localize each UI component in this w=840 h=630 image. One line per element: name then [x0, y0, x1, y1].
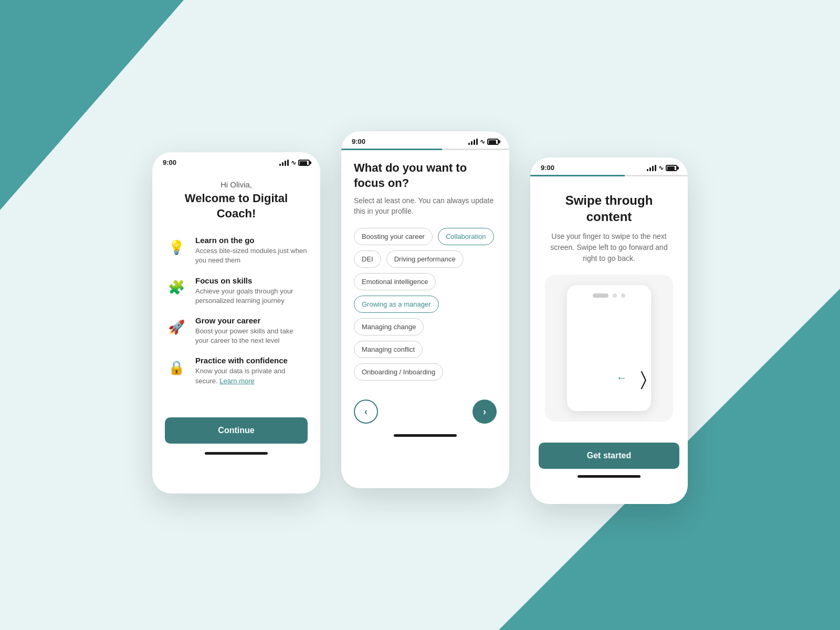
phone2-content: What do you want to focus on? Select at … — [341, 150, 509, 391]
battery-icon-1 — [298, 160, 310, 166]
focus-subtitle: Select at least one. You can always upda… — [354, 196, 497, 216]
status-icons-3: ∿ — [647, 164, 677, 172]
signal-icon-3 — [647, 165, 656, 171]
tag-managing-change[interactable]: Managing change — [354, 318, 424, 335]
progress-bar-2 — [341, 149, 509, 150]
status-icons-1: ∿ — [279, 159, 310, 166]
get-started-button[interactable]: Get started — [539, 443, 679, 469]
shield-icon: 🔒 — [165, 356, 188, 379]
signal-icon-1 — [279, 160, 289, 166]
tag-driving-performance[interactable]: Driving performance — [386, 250, 464, 268]
tag-managing-conflict[interactable]: Managing conflict — [354, 341, 423, 358]
phone-swipe: 9:00 ∿ Swipe through content Use your fi… — [530, 158, 688, 504]
home-indicator-1 — [205, 452, 268, 455]
rocket-icon: 🚀 — [165, 316, 188, 339]
wifi-icon-2: ∿ — [480, 138, 485, 145]
tag-growing-manager[interactable]: Growing as a manager — [354, 296, 439, 313]
tag-collaboration[interactable]: Collaboration — [438, 228, 494, 245]
swipe-title: Swipe through content — [543, 192, 675, 225]
wifi-icon-3: ∿ — [658, 164, 664, 172]
status-bar-1: 9:00 ∿ — [152, 152, 320, 170]
swipe-demo-area: ← 〉 — [545, 275, 673, 422]
phone1-content: Hi Olivia, Welcome to Digital Coach! 💡 L… — [152, 170, 320, 407]
swipe-subtitle: Use your finger to swipe to the next scr… — [543, 231, 675, 264]
feature-skills-text: Focus on skills Achieve your goals throu… — [195, 276, 308, 306]
status-bar-3: 9:00 ∿ — [530, 158, 688, 175]
nav-buttons-2: ‹ › — [341, 391, 509, 424]
time-3: 9:00 — [541, 164, 554, 172]
battery-icon-3 — [666, 165, 677, 171]
continue-button[interactable]: Continue — [165, 417, 308, 444]
feature-confidence: 🔒 Practice with confidence Know your dat… — [165, 356, 308, 385]
focus-title: What do you want to focus on? — [354, 161, 497, 191]
dot-active — [593, 293, 608, 298]
next-button[interactable]: › — [472, 400, 497, 424]
wifi-icon-1: ∿ — [291, 159, 296, 166]
feature-career-text: Grow your career Boost your power skills… — [195, 316, 308, 345]
progress-bar-3 — [530, 175, 688, 176]
phone-focus: 9:00 ∿ What do you want to focus on? Sel… — [341, 131, 509, 488]
swipe-phone-inner — [567, 285, 651, 411]
dot-2 — [621, 293, 625, 298]
dot-1 — [613, 293, 617, 298]
feature-learn-text: Learn on the go Access bite-sized module… — [195, 236, 308, 265]
feature-confidence-text: Practice with confidence Know your data … — [195, 356, 308, 385]
puzzle-icon: 🧩 — [165, 276, 188, 299]
status-icons-2: ∿ — [468, 138, 499, 145]
feature-career: 🚀 Grow your career Boost your power skil… — [165, 316, 308, 345]
back-button[interactable]: ‹ — [354, 400, 378, 424]
feature-learn: 💡 Learn on the go Access bite-sized modu… — [165, 236, 308, 265]
phone3-content: Swipe through content Use your finger to… — [530, 182, 688, 432]
feature-skills: 🧩 Focus on skills Achieve your goals thr… — [165, 276, 308, 306]
time-2: 9:00 — [352, 138, 365, 145]
status-bar-2: 9:00 ∿ — [341, 131, 509, 149]
learn-more-link[interactable]: Learn more — [219, 377, 254, 385]
tag-onboarding[interactable]: Onboarding / Inboarding — [354, 363, 443, 381]
hand-cursor-icon: 〉 — [640, 368, 647, 390]
phone-welcome: 9:00 ∿ Hi Olivia, Welcome to Digital Coa… — [152, 152, 320, 494]
welcome-title: Welcome to Digital Coach! — [165, 191, 308, 221]
home-indicator-2 — [394, 434, 457, 437]
time-1: 9:00 — [163, 159, 176, 166]
tag-boosting-career[interactable]: Boosting your career — [354, 228, 433, 245]
signal-icon-2 — [468, 139, 478, 145]
tag-emotional-intelligence[interactable]: Emotional intelligence — [354, 273, 436, 290]
inner-dots — [593, 293, 625, 298]
home-indicator-3 — [578, 475, 640, 478]
scene-container: 9:00 ∿ Hi Olivia, Welcome to Digital Coa… — [0, 0, 840, 630]
tag-dei[interactable]: DEI — [354, 250, 381, 268]
greeting-text: Hi Olivia, — [165, 180, 308, 189]
lightbulb-icon: 💡 — [165, 236, 188, 259]
swipe-arrow-left: ← — [616, 372, 627, 384]
tags-container: Boosting your career Collaboration DEI D… — [354, 228, 497, 381]
battery-icon-2 — [487, 139, 499, 145]
